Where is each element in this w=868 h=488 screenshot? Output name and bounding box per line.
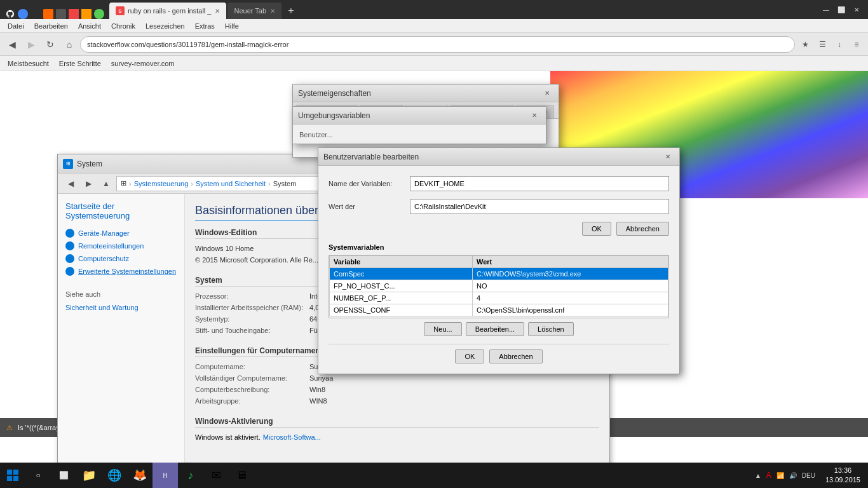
- tray-language[interactable]: DEU: [799, 472, 818, 479]
- cp-sidebar-home[interactable]: Startseite der Systemsteuerung: [65, 201, 177, 220]
- taskview-icon[interactable]: ⬜: [51, 463, 76, 488]
- benutzer-wert-input[interactable]: [410, 199, 669, 214]
- tray-volume[interactable]: 🔊: [787, 472, 799, 479]
- menu-extras[interactable]: Extras: [190, 21, 220, 31]
- clock-time: 13:36: [825, 466, 860, 475]
- sysprop-close-btn[interactable]: ✕: [541, 88, 553, 99]
- benutzer-name-row: Name der Variablen:: [329, 176, 669, 191]
- menu-lesezeichen[interactable]: Lesezeichen: [140, 21, 190, 31]
- firefox-icon[interactable]: 🦊: [127, 463, 153, 488]
- minimize-btn[interactable]: —: [820, 3, 832, 16]
- table-row[interactable]: NUMBER_OF_P...4: [330, 292, 668, 304]
- reload-btn[interactable]: ↻: [42, 36, 58, 53]
- info-row-work: Arbeitsgruppe: WIN8: [195, 395, 599, 407]
- new-tab-button[interactable]: +: [283, 3, 299, 19]
- type-label: Systemtyp:: [195, 315, 309, 323]
- win-icon[interactable]: 🖥: [229, 463, 254, 488]
- neu-btn[interactable]: Neu...: [424, 322, 461, 336]
- section-activation: Windows-Aktivierung Windows ist aktivier…: [195, 417, 599, 443]
- breadcrumb-1[interactable]: Systemsteuerung: [134, 180, 189, 187]
- benutzer-abbrechen-btn[interactable]: Abbrechen: [616, 222, 669, 236]
- tab-close-btn[interactable]: ✕: [215, 8, 220, 15]
- browser-icon[interactable]: 🌐: [102, 463, 127, 488]
- search-taskbar-icon[interactable]: ○: [25, 463, 51, 488]
- bearbeiten-btn[interactable]: Bearbeiten...: [466, 322, 524, 336]
- menu-hilfe[interactable]: Hilfe: [220, 21, 244, 31]
- start-button[interactable]: [0, 463, 25, 488]
- bookmark-label3: survey-remover.com: [111, 60, 175, 67]
- neuer-tab-close[interactable]: ✕: [270, 8, 275, 15]
- benutzer-bottom-buttons: OK Abbrechen: [329, 344, 669, 363]
- icon7[interactable]: [81, 9, 92, 19]
- mail-icon[interactable]: ✉: [203, 463, 229, 488]
- sidebar-item-erweitert[interactable]: Erweiterte Systemeinstellungen: [65, 265, 177, 278]
- benutzer-ok-btn[interactable]: OK: [582, 222, 611, 236]
- sidebar-item-geraete[interactable]: Geräte-Manager: [65, 227, 177, 240]
- browser-window: S ruby on rails - gem install _ ✕ Neuer …: [0, 0, 868, 463]
- neuer-tab-label: Neuer Tab: [234, 7, 266, 15]
- cp-up-btn[interactable]: ▲: [98, 176, 114, 191]
- remote-label: Remoteeinstellungen: [78, 242, 144, 250]
- address-bar[interactable]: [80, 36, 795, 53]
- icon5[interactable]: [56, 9, 66, 19]
- toolbar-actions: ★ ☰ ↓ ≡: [797, 37, 864, 52]
- home-btn[interactable]: ⌂: [61, 36, 78, 53]
- icon8[interactable]: [94, 9, 104, 19]
- activation-link[interactable]: Microsoft-Softwa...: [263, 433, 321, 441]
- bookmark-erste-schritte[interactable]: Erste Schritte: [55, 58, 105, 69]
- bottom-ok-btn[interactable]: OK: [455, 349, 484, 363]
- reader-btn[interactable]: ☰: [815, 37, 830, 52]
- window-controls: — ⬜ ✕: [820, 3, 863, 16]
- close-btn[interactable]: ✕: [850, 3, 863, 16]
- table-row[interactable]: FP_NO_HOST_C...NO: [330, 280, 668, 292]
- files-icon[interactable]: 📁: [76, 463, 102, 488]
- menu-ansicht[interactable]: Ansicht: [73, 21, 106, 31]
- svg-rect-1: [13, 470, 18, 475]
- desc-label: Computerbeschreibung:: [195, 386, 309, 393]
- google-icon[interactable]: [18, 9, 28, 19]
- cp-forward-btn[interactable]: ▶: [81, 176, 96, 191]
- forward-btn[interactable]: ▶: [23, 36, 39, 53]
- spotify-icon[interactable]: ♪: [178, 463, 203, 488]
- icon6[interactable]: [69, 9, 79, 19]
- tab-stackoverflow[interactable]: S ruby on rails - gem install _ ✕: [109, 3, 226, 19]
- download-btn[interactable]: ↓: [832, 37, 847, 52]
- benutzer-name-input[interactable]: [410, 176, 669, 191]
- table-row[interactable]: OPENSSL_CONFC:\OpenSSL\bin\openssl.cnf: [330, 304, 668, 316]
- loeschen-btn[interactable]: Löschen: [528, 322, 574, 336]
- breadcrumb-2[interactable]: System und Sicherheit: [196, 180, 266, 187]
- bookmark-star[interactable]: ★: [797, 37, 813, 52]
- taskbar-clock[interactable]: 13:36 13.09.2015: [820, 466, 865, 485]
- benutzer-close-btn[interactable]: ✕: [661, 151, 674, 163]
- geraete-label: Geräte-Manager: [78, 229, 130, 237]
- sidebar-item-computerschutz[interactable]: Computerschutz: [65, 252, 177, 265]
- cp-back-btn[interactable]: ◀: [63, 176, 78, 191]
- bookmark-survey[interactable]: survey-remover.com: [107, 58, 179, 69]
- menu-bearbeiten[interactable]: Bearbeiten: [29, 21, 73, 31]
- umgebung-close-btn[interactable]: ✕: [528, 110, 541, 121]
- github-icon[interactable]: [5, 9, 15, 19]
- menu-chronik[interactable]: Chronik: [106, 21, 140, 31]
- benutzer-content: Name der Variablen: Wert der OK Abbreche…: [318, 166, 679, 374]
- tray-antivirus[interactable]: A: [764, 471, 774, 480]
- bookmark-meistbesucht[interactable]: Meistbesucht: [4, 58, 53, 69]
- menu-datei[interactable]: Datei: [3, 21, 29, 31]
- table-row[interactable]: ComSpecC:\WINDOWS\system32\cmd.exe: [330, 268, 668, 280]
- geraete-icon: [65, 229, 74, 238]
- maximize-btn[interactable]: ⬜: [835, 3, 848, 16]
- tab-neuer[interactable]: Neuer Tab ✕: [227, 3, 281, 19]
- icon4[interactable]: [43, 9, 53, 19]
- tray-network[interactable]: 📶: [774, 472, 787, 479]
- var-cell: FP_NO_HOST_C...: [330, 280, 473, 292]
- back-btn[interactable]: ◀: [4, 36, 20, 53]
- heroku-icon[interactable]: H: [153, 463, 178, 488]
- settings-btn[interactable]: ≡: [849, 37, 864, 52]
- sidebar-item-remote[interactable]: Remoteeinstellungen: [65, 240, 177, 252]
- var-table-container[interactable]: Variable Wert ComSpecC:\WINDOWS\system32…: [329, 255, 669, 318]
- browser-content: ⊞ System — ⬜ ✕ ◀ ▶ ▲ ⊞ › Systemsteuerung…: [0, 71, 868, 463]
- sidebar-sicherheit[interactable]: Sicherheit und Wartung: [65, 302, 177, 313]
- tray-arrow[interactable]: ▲: [752, 472, 764, 479]
- benutzer-title: Benutzervariable bearbeiten: [323, 152, 661, 161]
- bottom-abbrechen-btn[interactable]: Abbrechen: [489, 349, 542, 363]
- menu-bar: Datei Bearbeiten Ansicht Chronik Lesezei…: [0, 19, 868, 33]
